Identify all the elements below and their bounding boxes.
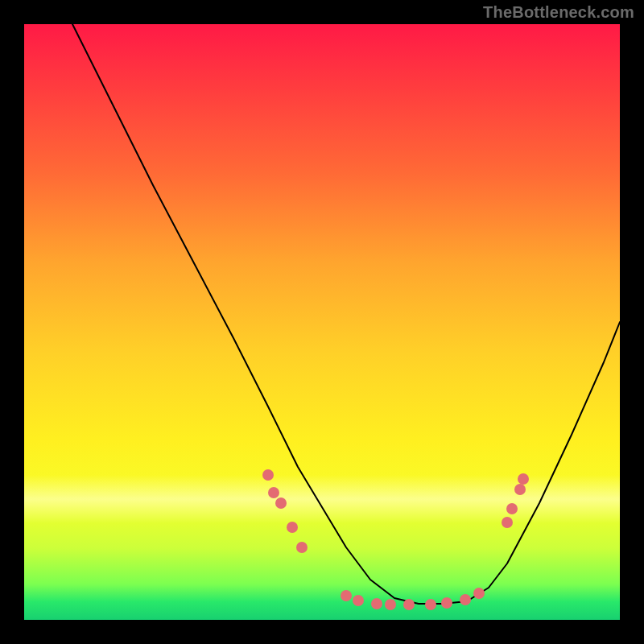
curve-marker [371, 598, 382, 609]
curve-marker [385, 599, 396, 610]
watermark-text: TheBottleneck.com [483, 3, 634, 22]
curve-marker [473, 588, 485, 599]
curve-marker [518, 473, 529, 485]
curve-marker [506, 503, 518, 514]
curve-marker [353, 595, 364, 606]
curve-markers [262, 469, 529, 610]
curve-marker [425, 599, 436, 610]
curve-marker [275, 497, 287, 509]
bottleneck-curve [72, 24, 620, 604]
curve-marker [514, 484, 526, 495]
curve-marker [296, 542, 308, 553]
curve-layer [24, 24, 620, 620]
curve-marker [287, 522, 298, 533]
curve-marker [441, 597, 452, 609]
curve-marker [403, 599, 415, 610]
chart-frame: TheBottleneck.com [0, 0, 644, 644]
curve-marker [502, 517, 513, 528]
plot-area [24, 24, 620, 620]
curve-marker [341, 590, 352, 601]
curve-marker [460, 594, 471, 605]
curve-marker [262, 469, 274, 481]
curve-marker [268, 487, 279, 498]
